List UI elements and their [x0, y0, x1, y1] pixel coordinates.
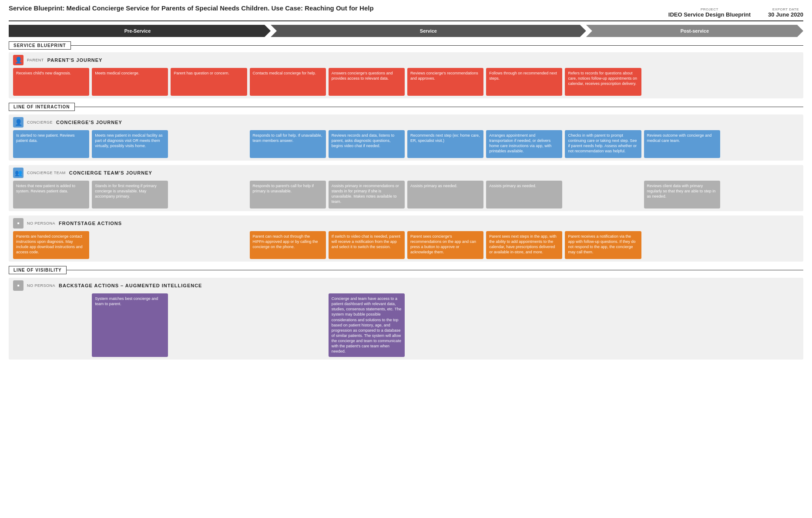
concierge-team-role-label: Concierge Team [27, 171, 66, 175]
card-0 [13, 293, 89, 357]
card-4: Assists primary in recommendations or st… [329, 181, 405, 209]
card-5 [407, 293, 483, 357]
concierge-role-label: Concierge [27, 120, 53, 124]
concierge-journey-label: CONCIERGE'S JOURNEY [56, 120, 122, 125]
parent-cards-grid: Receives child's new diagnosis.Meets med… [13, 68, 799, 96]
card-7: Refers to records for questions about ca… [565, 68, 641, 96]
frontstage-icon: ▪ [13, 218, 23, 229]
card-6: Parent sees next steps in the app, with … [486, 231, 562, 259]
line-of-visibility-label: LINE OF VISIBILITY [9, 266, 67, 274]
card-8 [644, 68, 720, 96]
date-meta: EXPORT DATE 30 June 2020 [768, 7, 803, 18]
frontstage-header: ▪ No persona FRONTSTAGE ACTIONS [13, 218, 799, 229]
card-2 [171, 231, 247, 259]
line-of-interaction-label: LINE OF INTERACTION [9, 103, 75, 111]
concierge-team-icon: 👥 [13, 168, 23, 178]
concierge-journey-header: 👤 Concierge CONCIERGE'S JOURNEY [13, 117, 799, 128]
card-4: Answers concierge's questions and provid… [329, 68, 405, 96]
concierge-team-cards-grid: Notes that new patient is added to syste… [13, 181, 799, 209]
concierge-journey-row: 👤 Concierge CONCIERGE'S JOURNEY Is alert… [9, 114, 803, 161]
backstage-header: ▪ No persona BACKSTAGE ACTIONS – AUGMENT… [13, 280, 799, 291]
phase-service: Service [271, 25, 586, 37]
page: Service Blueprint: Medical Concierge Ser… [0, 0, 812, 368]
card-8 [644, 293, 720, 357]
page-title: Service Blueprint: Medical Concierge Ser… [9, 4, 668, 12]
card-0: Is alerted to new patient. Reviews patie… [13, 130, 89, 158]
card-4: If switch to video chat is needed, paren… [329, 231, 405, 259]
card-1: Meets medical concierge. [92, 68, 168, 96]
concierge-team-journey-header: 👥 Concierge Team CONCIERGE TEAM'S JOURNE… [13, 168, 799, 178]
card-6: Assists primary as needed. [486, 181, 562, 209]
card-7 [565, 181, 641, 209]
frontstage-row: ▪ No persona FRONTSTAGE ACTIONS Parents … [9, 215, 803, 262]
card-3 [250, 293, 326, 357]
frontstage-journey-label: FRONTSTAGE ACTIONS [59, 221, 122, 226]
card-1 [92, 231, 168, 259]
line-of-visibility: LINE OF VISIBILITY [9, 266, 803, 274]
phase-postservice: Post-service [586, 25, 803, 37]
header-meta: PROJECT IDEO Service Design Blueprint EX… [668, 7, 803, 18]
backstage-journey-label: BACKSTAGE ACTIONS – AUGMENTED INTELLIGEN… [59, 283, 202, 288]
card-5: Recommends next step (ex: home care, ER,… [407, 130, 483, 158]
date-label: EXPORT DATE [772, 7, 799, 11]
backstage-row: ▪ No persona BACKSTAGE ACTIONS – AUGMENT… [9, 278, 803, 360]
project-meta: PROJECT IDEO Service Design Blueprint [668, 7, 751, 18]
card-7 [565, 293, 641, 357]
card-5: Assists primary as needed. [407, 181, 483, 209]
card-8 [644, 231, 720, 259]
backstage-role-label: No persona [27, 283, 55, 288]
card-0: Notes that new patient is added to syste… [13, 181, 89, 209]
frontstage-role-label: No persona [27, 221, 55, 225]
card-2 [171, 130, 247, 158]
concierge-cards-grid: Is alerted to new patient. Reviews patie… [13, 130, 799, 158]
card-7: Parent receives a notification via the a… [565, 231, 641, 259]
card-5: Reviews concierge's recommendations and … [407, 68, 483, 96]
parent-journey-row: 👤 Parent PARENT'S JOURNEY Receives child… [9, 52, 803, 98]
card-9 [723, 293, 799, 357]
card-5: Parent sees concierge's recommendations … [407, 231, 483, 259]
card-2 [171, 181, 247, 209]
card-9 [723, 231, 799, 259]
card-4: Concierge and team have access to a pati… [329, 293, 405, 357]
project-value: IDEO Service Design Blueprint [668, 11, 751, 18]
card-0: Parents are handed concierge contact ins… [13, 231, 89, 259]
service-blueprint-label: SERVICE BLUEPRINT [9, 41, 71, 50]
card-4: Reviews records and data, listens to par… [329, 130, 405, 158]
parent-journey-header: 👤 Parent PARENT'S JOURNEY [13, 55, 799, 65]
concierge-team-journey-label: CONCIERGE TEAM'S JOURNEY [69, 170, 152, 175]
concierge-team-journey-row: 👥 Concierge Team CONCIERGE TEAM'S JOURNE… [9, 165, 803, 211]
parent-journey-label: PARENT'S JOURNEY [47, 57, 103, 63]
card-3: Responds to parent's call for help if pr… [250, 181, 326, 209]
card-1: System matches best concierge and team t… [92, 293, 168, 357]
card-8: Reviews outcome with concierge and medic… [644, 130, 720, 158]
card-6: Arranges appointment and transportation … [486, 130, 562, 158]
card-3: Responds to call for help. If unavailabl… [250, 130, 326, 158]
project-label: PROJECT [701, 7, 718, 11]
card-8: Reviews client data with primary regular… [644, 181, 720, 209]
backstage-cards-grid: System matches best concierge and team t… [13, 293, 799, 357]
card-3: Contacts medical concierge for help. [250, 68, 326, 96]
phase-preservice: Pre-Service [9, 25, 271, 37]
card-2: Parent has question or concern. [171, 68, 247, 96]
card-2 [171, 293, 247, 357]
concierge-icon: 👤 [13, 117, 23, 128]
card-6 [486, 293, 562, 357]
card-3: Parent can reach out through the HIPPA-a… [250, 231, 326, 259]
parent-icon: 👤 [13, 55, 23, 65]
phases-bar: Pre-Service Service Post-service [9, 25, 803, 37]
card-0: Receives child's new diagnosis. [13, 68, 89, 96]
card-9 [723, 181, 799, 209]
card-7: Checks in with parent to prompt continui… [565, 130, 641, 158]
line-of-interaction: LINE OF INTERACTION [9, 103, 803, 111]
parent-role-label: Parent [27, 58, 44, 62]
header: Service Blueprint: Medical Concierge Ser… [9, 4, 803, 21]
card-9 [723, 68, 799, 96]
backstage-icon: ▪ [13, 280, 23, 291]
card-1: Meets new patient in medical facility as… [92, 130, 168, 158]
card-9 [723, 130, 799, 158]
service-blueprint-section: SERVICE BLUEPRINT [9, 41, 803, 50]
card-6: Follows through on recommended next step… [486, 68, 562, 96]
frontstage-cards-grid: Parents are handed concierge contact ins… [13, 231, 799, 259]
date-value: 30 June 2020 [768, 11, 803, 18]
card-1: Stands in for first meeting if primary c… [92, 181, 168, 209]
